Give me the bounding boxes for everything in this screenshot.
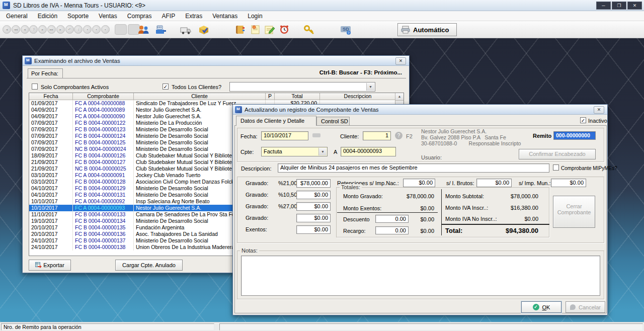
cliente-filter-combobox[interactable]: ▼ bbox=[229, 82, 375, 92]
ventas-dialog-title: Examinando el archivo de Ventas bbox=[34, 58, 120, 64]
gravado-row-pct: %21,00 bbox=[278, 180, 297, 186]
totales-divider bbox=[337, 212, 438, 213]
nav-button-4[interactable]: ? bbox=[29, 25, 38, 34]
cliente-input[interactable]: 1 bbox=[363, 131, 391, 140]
automatico-button[interactable]: Automático bbox=[397, 23, 457, 36]
cell-fecha: 10/10/2017 bbox=[29, 198, 73, 205]
column-header-descripcion[interactable]: Descripcion bbox=[320, 93, 396, 100]
nav-button-1[interactable]: ◂ bbox=[3, 25, 11, 34]
nav-button-7[interactable]: ▸ bbox=[56, 25, 65, 34]
checkbox-todos-clientes[interactable]: ✓ bbox=[163, 84, 169, 90]
recargo-input[interactable]: 0.00 bbox=[375, 226, 409, 234]
menu-item-general[interactable]: General bbox=[1, 12, 33, 21]
gravado-row-input[interactable]: $78,000.00 bbox=[296, 179, 331, 188]
recargo-label: Recargo: bbox=[343, 228, 366, 234]
menu-item-extras[interactable]: Extras bbox=[180, 12, 207, 21]
column-header-total[interactable]: Total bbox=[275, 93, 320, 100]
cell-comprobante: FC B 0004-00000123 bbox=[73, 126, 134, 133]
cell-comprobante: FC B 0004-00000129 bbox=[73, 185, 134, 192]
ventas-close-icon[interactable]: ✕ bbox=[395, 57, 406, 65]
box-check-icon[interactable] bbox=[197, 24, 210, 36]
notas-textarea[interactable] bbox=[241, 256, 600, 296]
menu-item-ventanas[interactable]: Ventanas bbox=[207, 12, 243, 21]
checkbox-solo-activos[interactable] bbox=[32, 84, 38, 90]
retenciones-input[interactable]: $0.00 bbox=[403, 179, 435, 187]
recargo-value: $0.00 bbox=[410, 228, 434, 234]
nav-button-2[interactable]: ◂◂ bbox=[12, 25, 20, 34]
column-header-cliente[interactable]: Cliente bbox=[134, 93, 266, 100]
checkbox-mipymes[interactable] bbox=[553, 164, 559, 171]
scroll-up-icon[interactable]: ▲ bbox=[395, 93, 404, 101]
checkbox-inactivo[interactable]: ✓ bbox=[580, 117, 586, 123]
maximize-button[interactable]: ❐ bbox=[612, 2, 626, 10]
menu-item-afip[interactable]: AFIP bbox=[156, 12, 180, 21]
descripcion-label: Descripcion: bbox=[241, 166, 272, 172]
column-header-p[interactable]: P bbox=[266, 93, 275, 100]
key-icon[interactable] bbox=[303, 24, 316, 36]
cell-comprobante: FC B 0004-00000125 bbox=[73, 139, 134, 146]
menu-item-soporte[interactable]: Soporte bbox=[62, 12, 94, 21]
gravado-row-pct: %27,00 bbox=[278, 203, 297, 209]
nav-button-8[interactable]: ↶ bbox=[65, 25, 74, 34]
nav-button-12[interactable]: • bbox=[101, 25, 110, 34]
column-header-comprobante[interactable]: Comprobante bbox=[73, 93, 134, 100]
address-book-icon[interactable] bbox=[233, 24, 247, 36]
chevron-down-icon[interactable]: ▼ bbox=[318, 148, 327, 155]
nav-button-9[interactable]: ↕ bbox=[74, 25, 83, 34]
label-solo-activos: Solo Comprobantes Activos bbox=[41, 84, 109, 90]
cash-register-icon[interactable] bbox=[154, 24, 167, 36]
chevron-down-icon[interactable]: ▼ bbox=[366, 83, 374, 91]
minimize-button[interactable]: ─ bbox=[596, 2, 611, 10]
cell-fecha: 03/10/2017 bbox=[29, 179, 73, 185]
gravado-row-input[interactable]: $0.00 bbox=[296, 225, 331, 234]
toolbar-blank-button-1[interactable] bbox=[115, 24, 127, 35]
gravado-row-input[interactable]: $0.00 bbox=[296, 202, 331, 211]
municipal-input[interactable]: $0.00 bbox=[551, 179, 586, 187]
nav-button-6[interactable]: ▸▸ bbox=[47, 25, 56, 34]
tab-por-fecha[interactable]: Por Fecha: bbox=[28, 68, 63, 78]
clients-icon[interactable] bbox=[137, 24, 150, 36]
confirmar-encabezado-button[interactable]: Confirmar Encabezado bbox=[519, 149, 596, 159]
cancelar-button[interactable]: Cancelar bbox=[566, 301, 605, 313]
cargar-cpte-anulado-button[interactable]: Cargar Cpte. Anulado bbox=[115, 260, 183, 271]
calendar-icon[interactable] bbox=[312, 133, 320, 137]
tab-control-sd[interactable]: Control SD bbox=[316, 117, 350, 126]
cliente-help-icon[interactable]: ? bbox=[395, 132, 403, 139]
alarm-clock-icon[interactable] bbox=[278, 24, 291, 36]
cell-comprobante: FC A 0004-00000090 bbox=[73, 113, 134, 120]
ventas-dialog-titlebar[interactable]: Examinando el archivo de Ventas bbox=[23, 56, 409, 66]
note-seal-icon[interactable] bbox=[249, 24, 262, 36]
gravado-row-input[interactable]: $0.00 bbox=[296, 191, 331, 199]
menu-item-login[interactable]: Login bbox=[243, 12, 267, 21]
truck-icon[interactable] bbox=[179, 24, 192, 36]
numero-input[interactable]: 0004-00000093 bbox=[341, 147, 396, 156]
menu-item-edición[interactable]: Edición bbox=[33, 12, 62, 21]
nav-button-11[interactable]: • bbox=[92, 25, 101, 34]
registro-dialog-titlebar[interactable]: Actualizando un registro de Comprobante … bbox=[233, 105, 607, 115]
descuento-input[interactable]: 0.00 bbox=[375, 215, 409, 223]
cliente-info-line3: 30-68701088-0 Responsable Inscripto bbox=[421, 140, 521, 146]
nav-button-3[interactable]: ◂ bbox=[21, 25, 29, 34]
menu-item-compras[interactable]: Compras bbox=[122, 12, 157, 21]
fecha-input[interactable]: 10/10/2017 bbox=[261, 131, 308, 140]
cell-comprobante: FC B 0004-00000137 bbox=[73, 237, 134, 244]
ok-button[interactable]: ✓ OK bbox=[521, 301, 561, 313]
tab-datos-cliente[interactable]: Datos de Cliente y Detalle bbox=[236, 116, 316, 126]
note-pencil-icon[interactable] bbox=[263, 24, 276, 36]
nav-button-5[interactable]: ▸ bbox=[38, 25, 47, 34]
menu-item-ventas[interactable]: Ventas bbox=[94, 12, 122, 21]
registro-close-icon[interactable]: ✕ bbox=[594, 106, 604, 114]
cell-comprobante: FC B 0004-00000135 bbox=[73, 224, 134, 231]
gravado-row-input[interactable]: $0.00 bbox=[296, 214, 331, 222]
column-header-fecha[interactable]: Fecha bbox=[29, 93, 73, 100]
exportar-button[interactable]: Exportar bbox=[29, 260, 71, 271]
fecha-label: Fecha: bbox=[240, 133, 258, 139]
cerrar-comprobante-button[interactable]: Cerrar Comprobante bbox=[553, 196, 595, 228]
cpte-select[interactable]: Factuta ▼ bbox=[261, 147, 328, 156]
nav-button-10[interactable]: • bbox=[83, 25, 92, 34]
descripcion-input[interactable]: Alquiler de Minibus 24 pasajeros en mes … bbox=[278, 163, 549, 173]
sd-help-icon[interactable]: SD? bbox=[339, 24, 352, 36]
remito-input[interactable]: 000-00000000 bbox=[553, 131, 596, 140]
brutos-input[interactable]: $0.00 bbox=[476, 179, 512, 187]
close-button[interactable]: ✕ bbox=[627, 2, 642, 10]
